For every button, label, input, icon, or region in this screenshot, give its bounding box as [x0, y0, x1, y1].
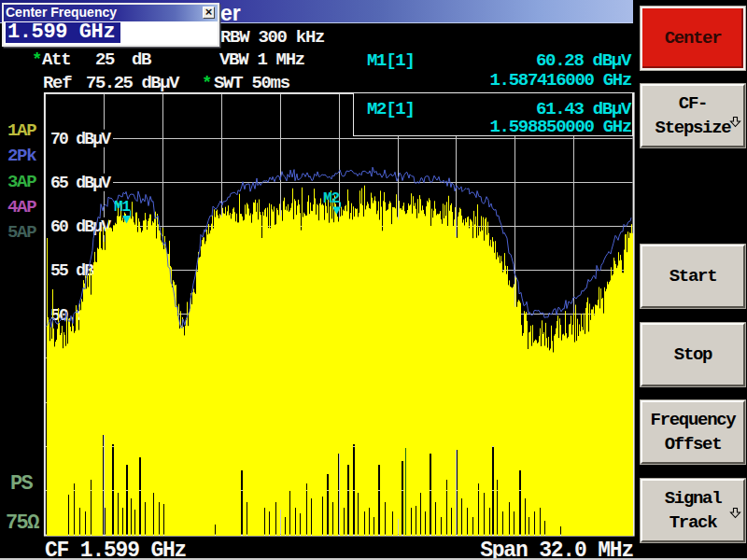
- svg-text:70 dBµV: 70 dBµV: [50, 130, 111, 148]
- svg-text:M2: M2: [323, 190, 339, 207]
- svg-text:M1: M1: [114, 199, 130, 216]
- svg-text:65 dBµV: 65 dBµV: [50, 174, 111, 192]
- svg-text:60 dBµV: 60 dBµV: [50, 217, 111, 236]
